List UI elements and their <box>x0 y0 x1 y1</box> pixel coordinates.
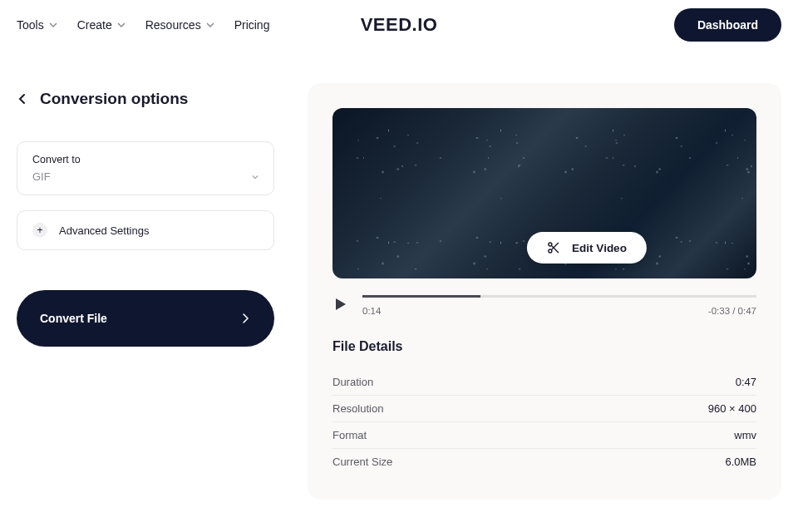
detail-label: Format <box>332 429 367 441</box>
convert-file-label: Convert File <box>40 312 107 325</box>
page-title-row: Conversion options <box>17 90 274 108</box>
detail-value: 6.0MB <box>725 456 756 468</box>
header: Tools Create Resources Pricing VEED.IO D… <box>0 0 798 50</box>
detail-row-resolution: Resolution 960 × 400 <box>332 396 756 422</box>
time-row: 0:14 -0:33 / 0:47 <box>362 306 756 316</box>
detail-label: Duration <box>332 376 373 388</box>
nav-pricing[interactable]: Pricing <box>234 18 270 32</box>
right-panel: Edit Video 0:14 -0:33 / 0:47 File Detail… <box>308 83 781 500</box>
convert-to-value: GIF <box>32 170 51 183</box>
edit-video-label: Edit Video <box>572 242 627 254</box>
svg-point-1 <box>549 249 552 253</box>
arrow-right-icon <box>239 313 251 324</box>
detail-value: 960 × 400 <box>708 402 756 415</box>
file-details-list: Duration 0:47 Resolution 960 × 400 Forma… <box>332 369 756 475</box>
chevron-down-icon <box>206 21 214 29</box>
detail-value: 0:47 <box>736 376 756 388</box>
player-row: 0:14 -0:33 / 0:47 <box>332 295 756 316</box>
plus-icon: + <box>32 223 47 238</box>
nav-resources-label: Resources <box>145 18 201 32</box>
left-panel: Conversion options Convert to GIF + Adva… <box>17 50 274 500</box>
progress-track[interactable] <box>362 295 756 298</box>
chevron-down-icon <box>49 21 57 29</box>
chevron-down-icon <box>252 174 259 180</box>
logo[interactable]: VEED.IO <box>361 14 438 36</box>
nav-resources[interactable]: Resources <box>145 18 214 32</box>
video-preview: Edit Video <box>332 108 756 278</box>
nav-create[interactable]: Create <box>77 18 126 32</box>
nav-create-label: Create <box>77 18 112 32</box>
main: Conversion options Convert to GIF + Adva… <box>0 50 798 500</box>
progress-area: 0:14 -0:33 / 0:47 <box>362 295 756 316</box>
chevron-down-icon <box>117 21 126 29</box>
scissors-icon <box>547 241 560 254</box>
file-details-title: File Details <box>332 339 756 354</box>
convert-file-button[interactable]: Convert File <box>17 290 274 347</box>
nav-tools-label: Tools <box>17 18 44 32</box>
play-icon[interactable] <box>332 297 347 312</box>
detail-row-format: Format wmv <box>332 422 756 449</box>
detail-label: Resolution <box>332 402 383 415</box>
page-title: Conversion options <box>40 90 188 108</box>
detail-row-size: Current Size 6.0MB <box>332 449 756 475</box>
nav-pricing-label: Pricing <box>234 18 270 32</box>
convert-to-label: Convert to <box>32 154 259 165</box>
dashboard-button[interactable]: Dashboard <box>674 8 781 42</box>
svg-point-0 <box>549 243 552 246</box>
current-time: 0:14 <box>362 306 381 316</box>
back-icon[interactable] <box>17 93 28 105</box>
advanced-settings-label: Advanced Settings <box>59 224 149 237</box>
remaining-total-time: -0:33 / 0:47 <box>708 306 756 316</box>
detail-row-duration: Duration 0:47 <box>332 369 756 396</box>
convert-to-select[interactable]: Convert to GIF <box>17 141 274 195</box>
detail-value: wmv <box>734 429 756 441</box>
select-row: GIF <box>32 170 259 183</box>
advanced-settings[interactable]: + Advanced Settings <box>17 210 274 250</box>
edit-video-button[interactable]: Edit Video <box>527 232 647 264</box>
progress-fill <box>362 295 480 298</box>
nav-left: Tools Create Resources Pricing <box>17 18 269 32</box>
nav-tools[interactable]: Tools <box>17 18 57 32</box>
detail-label: Current Size <box>332 456 392 468</box>
